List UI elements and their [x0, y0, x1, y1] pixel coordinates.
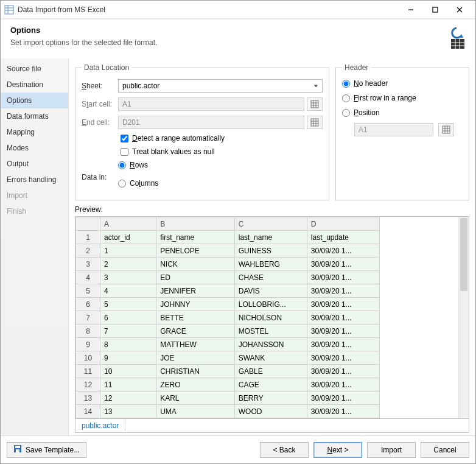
cell[interactable]: 30/09/20 1...: [307, 311, 379, 325]
position-picker-button[interactable]: [438, 123, 454, 136]
cell[interactable]: MOSTEL: [234, 325, 307, 338]
cell[interactable]: 30/09/20 1...: [307, 258, 379, 271]
cell[interactable]: WAHLBERG: [234, 258, 307, 271]
cell[interactable]: 2: [100, 258, 156, 271]
table-row[interactable]: 98MATTHEWJOHANSSON30/09/20 1...: [76, 338, 380, 351]
cell[interactable]: 30/09/20 1...: [307, 351, 379, 365]
table-row[interactable]: 54JENNIFERDAVIS30/09/20 1...: [76, 284, 380, 298]
cell[interactable]: BERRY: [234, 392, 307, 405]
cell[interactable]: 30/09/20 1...: [307, 284, 379, 298]
cell[interactable]: 30/09/20 1...: [307, 365, 379, 378]
cell[interactable]: actor_id: [100, 231, 156, 244]
cell[interactable]: 4: [100, 284, 156, 298]
cell[interactable]: 30/09/20 1...: [307, 392, 379, 405]
cell[interactable]: 6: [100, 311, 156, 325]
table-row[interactable]: 1312KARLBERRY30/09/20 1...: [76, 392, 380, 405]
sidebar-item-destination[interactable]: Destination: [1, 77, 68, 93]
scrollbar-vertical[interactable]: [458, 217, 469, 418]
sidebar-item-data-formats[interactable]: Data formats: [1, 108, 68, 124]
cell[interactable]: 30/09/20 1...: [307, 378, 379, 392]
sidebar-item-options[interactable]: Options: [1, 93, 68, 108]
cell[interactable]: last_update: [307, 231, 379, 244]
cell[interactable]: NICK: [156, 258, 235, 271]
sidebar-item-source-file[interactable]: Source file: [1, 61, 68, 77]
back-button[interactable]: < Back: [260, 442, 309, 458]
maximize-button[interactable]: [423, 2, 447, 17]
minimize-button[interactable]: [399, 2, 423, 17]
cell[interactable]: 30/09/20 1...: [307, 244, 379, 258]
table-row[interactable]: 1actor_idfirst_namelast_namelast_update: [76, 231, 380, 244]
cell[interactable]: JOE: [156, 351, 235, 365]
cell[interactable]: LOLLOBRIG...: [234, 298, 307, 311]
start-cell-picker-button[interactable]: [307, 97, 323, 111]
next-button[interactable]: Next >: [313, 442, 362, 458]
scrollbar-thumb[interactable]: [460, 218, 467, 291]
cell[interactable]: KARL: [156, 392, 235, 405]
sidebar-item-output[interactable]: Output: [1, 156, 68, 172]
cell[interactable]: first_name: [156, 231, 235, 244]
cell[interactable]: 11: [100, 378, 156, 392]
cell[interactable]: 9: [100, 351, 156, 365]
cell[interactable]: last_name: [234, 231, 307, 244]
data-in-rows-radio[interactable]: [118, 161, 126, 169]
treat-blank-checkbox[interactable]: [121, 148, 128, 156]
cell[interactable]: JOHNNY: [156, 298, 235, 311]
cell[interactable]: 5: [100, 298, 156, 311]
cell[interactable]: NICHOLSON: [234, 311, 307, 325]
cell[interactable]: SWANK: [234, 351, 307, 365]
cell[interactable]: 8: [100, 338, 156, 351]
cell[interactable]: CHRISTIAN: [156, 365, 235, 378]
cell[interactable]: ED: [156, 271, 235, 284]
cell[interactable]: 30/09/20 1...: [307, 325, 379, 338]
cell[interactable]: 13: [100, 405, 156, 418]
cell[interactable]: 30/09/20 1...: [307, 271, 379, 284]
cell[interactable]: 30/09/20 1...: [307, 405, 379, 418]
data-in-columns-radio[interactable]: [118, 180, 126, 188]
sheet-tab[interactable]: public.actor: [75, 419, 125, 432]
cell[interactable]: 30/09/20 1...: [307, 298, 379, 311]
table-row[interactable]: 65JOHNNYLOLLOBRIG...30/09/20 1...: [76, 298, 380, 311]
cell[interactable]: 10: [100, 365, 156, 378]
cell[interactable]: CAGE: [234, 378, 307, 392]
sidebar-item-errors-handling[interactable]: Errors handling: [1, 172, 68, 188]
cell[interactable]: MATTHEW: [156, 338, 235, 351]
cell[interactable]: 30/09/20 1...: [307, 338, 379, 351]
cell[interactable]: JOHANSSON: [234, 338, 307, 351]
no-header-radio[interactable]: [342, 80, 350, 88]
cell[interactable]: 3: [100, 271, 156, 284]
table-row[interactable]: 1211ZEROCAGE30/09/20 1...: [76, 378, 380, 392]
end-cell-picker-button[interactable]: [307, 116, 323, 129]
table-row[interactable]: 21PENELOPEGUINESS30/09/20 1...: [76, 244, 380, 258]
cancel-button[interactable]: Cancel: [421, 442, 469, 458]
table-row[interactable]: 87GRACEMOSTEL30/09/20 1...: [76, 325, 380, 338]
cell[interactable]: 12: [100, 392, 156, 405]
cell[interactable]: 1: [100, 244, 156, 258]
table-row[interactable]: 1110CHRISTIANGABLE30/09/20 1...: [76, 365, 380, 378]
cell[interactable]: CHASE: [234, 271, 307, 284]
table-row[interactable]: 1413UMAWOOD30/09/20 1...: [76, 405, 380, 418]
sidebar-item-modes[interactable]: Modes: [1, 140, 68, 156]
cell[interactable]: PENELOPE: [156, 244, 235, 258]
cell[interactable]: GRACE: [156, 325, 235, 338]
position-radio[interactable]: [342, 109, 350, 117]
cell[interactable]: UMA: [156, 405, 235, 418]
first-row-radio[interactable]: [342, 94, 350, 102]
table-row[interactable]: 32NICKWAHLBERG30/09/20 1...: [76, 258, 380, 271]
cell[interactable]: 7: [100, 325, 156, 338]
cell[interactable]: DAVIS: [234, 284, 307, 298]
sidebar-item-mapping[interactable]: Mapping: [1, 124, 68, 140]
save-template-button[interactable]: Save Template...: [7, 442, 86, 458]
cell[interactable]: GABLE: [234, 365, 307, 378]
cell[interactable]: GUINESS: [234, 244, 307, 258]
cell[interactable]: BETTE: [156, 311, 235, 325]
cell[interactable]: JENNIFER: [156, 284, 235, 298]
sheet-combo[interactable]: public.actor: [118, 79, 323, 93]
table-row[interactable]: 43EDCHASE30/09/20 1...: [76, 271, 380, 284]
table-row[interactable]: 76BETTENICHOLSON30/09/20 1...: [76, 311, 380, 325]
detect-range-checkbox[interactable]: [121, 135, 128, 142]
close-button[interactable]: [447, 2, 472, 17]
table-row[interactable]: 109JOESWANK30/09/20 1...: [76, 351, 380, 365]
cell[interactable]: WOOD: [234, 405, 307, 418]
cell[interactable]: ZERO: [156, 378, 235, 392]
import-button[interactable]: Import: [367, 442, 416, 458]
